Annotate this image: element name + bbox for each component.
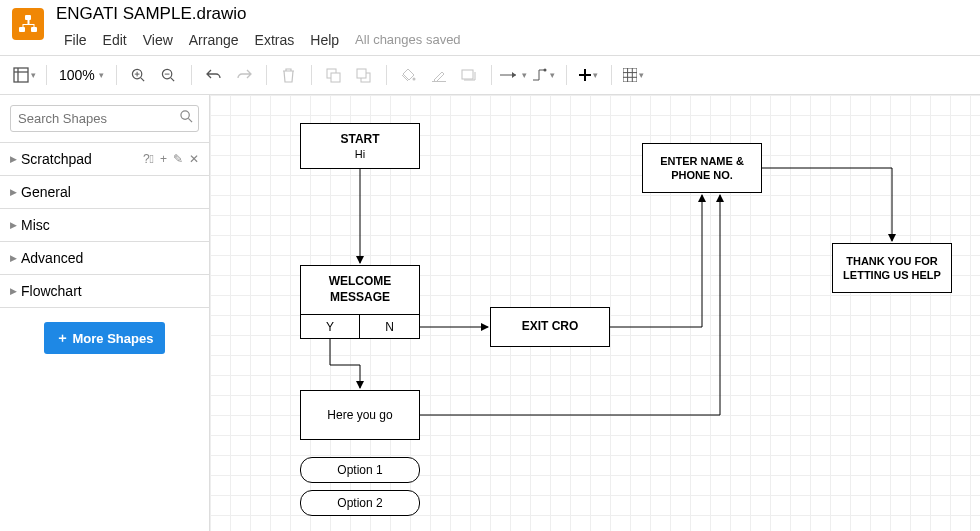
- palette-scratchpad[interactable]: ▶Scratchpad ?⃝ + ✎ ✕: [0, 143, 209, 176]
- svg-point-21: [544, 69, 547, 72]
- to-front-icon[interactable]: [320, 61, 348, 89]
- table-icon[interactable]: ▾: [620, 61, 648, 89]
- svg-rect-3: [14, 68, 28, 82]
- option-1[interactable]: Option 1: [300, 457, 420, 483]
- waypoint-icon[interactable]: ▾: [530, 61, 558, 89]
- node-here[interactable]: Here you go: [300, 390, 420, 440]
- search-icon[interactable]: [180, 110, 193, 126]
- palette-general[interactable]: ▶General: [0, 176, 209, 209]
- menubar: File Edit View Arrange Extras Help All c…: [56, 24, 469, 52]
- toolbar: ▾ 100%▾ ▾ ▾ ▾ ▾: [0, 55, 980, 95]
- help-icon[interactable]: ?⃝: [143, 152, 154, 166]
- svg-rect-16: [357, 69, 366, 78]
- node-thankyou[interactable]: THANK YOU FOR LETTING US HELP: [832, 243, 952, 293]
- svg-rect-2: [31, 27, 37, 32]
- svg-rect-14: [331, 73, 340, 82]
- save-status: All changes saved: [347, 28, 469, 52]
- edit-scratch-icon[interactable]: ✎: [173, 152, 183, 166]
- palette-misc[interactable]: ▶Misc: [0, 209, 209, 242]
- menu-help[interactable]: Help: [302, 28, 347, 52]
- palette-flowchart[interactable]: ▶Flowchart: [0, 275, 209, 308]
- canvas[interactable]: START Hi WELCOME MESSAGE Y N EXIT CRO He…: [210, 95, 980, 531]
- line-color-icon[interactable]: [425, 61, 453, 89]
- menu-view[interactable]: View: [135, 28, 181, 52]
- svg-point-29: [181, 111, 189, 119]
- svg-rect-19: [462, 70, 473, 79]
- redo-icon[interactable]: [230, 61, 258, 89]
- node-enter-name[interactable]: ENTER NAME & PHONE NO.: [642, 143, 762, 193]
- node-exit-cro[interactable]: EXIT CRO: [490, 307, 610, 347]
- delete-icon[interactable]: [275, 61, 303, 89]
- add-scratch-icon[interactable]: +: [160, 152, 167, 166]
- menu-edit[interactable]: Edit: [95, 28, 135, 52]
- svg-point-17: [412, 78, 415, 81]
- option-n[interactable]: N: [360, 315, 420, 339]
- drawio-icon: [16, 12, 40, 36]
- shadow-icon[interactable]: [455, 61, 483, 89]
- option-y[interactable]: Y: [300, 315, 360, 339]
- svg-line-11: [171, 77, 174, 80]
- menu-extras[interactable]: Extras: [247, 28, 303, 52]
- more-shapes-button[interactable]: ＋More Shapes: [44, 322, 166, 354]
- search-input[interactable]: [10, 105, 199, 132]
- option-2[interactable]: Option 2: [300, 490, 420, 516]
- palette-advanced[interactable]: ▶Advanced: [0, 242, 209, 275]
- welcome-options[interactable]: Y N: [300, 315, 420, 339]
- menu-file[interactable]: File: [56, 28, 95, 52]
- svg-rect-0: [25, 15, 31, 20]
- zoom-out-icon[interactable]: [155, 61, 183, 89]
- sidebar: ▶Scratchpad ?⃝ + ✎ ✕ ▶General ▶Misc ▶Adv…: [0, 95, 210, 531]
- fill-icon[interactable]: [395, 61, 423, 89]
- document-title[interactable]: ENGATI SAMPLE.drawio: [56, 0, 469, 24]
- to-back-icon[interactable]: [350, 61, 378, 89]
- close-scratch-icon[interactable]: ✕: [189, 152, 199, 166]
- connection-icon[interactable]: ▾: [500, 61, 528, 89]
- add-icon[interactable]: ▾: [575, 61, 603, 89]
- app-logo[interactable]: [12, 8, 44, 40]
- layout-icon[interactable]: ▾: [10, 61, 38, 89]
- undo-icon[interactable]: [200, 61, 228, 89]
- zoom-in-icon[interactable]: [125, 61, 153, 89]
- svg-rect-24: [623, 68, 637, 82]
- node-start[interactable]: START Hi: [300, 123, 420, 169]
- svg-line-7: [141, 77, 144, 80]
- titlebar: ENGATI SAMPLE.drawio File Edit View Arra…: [0, 0, 980, 55]
- zoom-level[interactable]: 100%▾: [55, 67, 108, 83]
- menu-arrange[interactable]: Arrange: [181, 28, 247, 52]
- svg-rect-1: [19, 27, 25, 32]
- svg-line-30: [188, 118, 192, 122]
- node-welcome[interactable]: WELCOME MESSAGE: [300, 265, 420, 315]
